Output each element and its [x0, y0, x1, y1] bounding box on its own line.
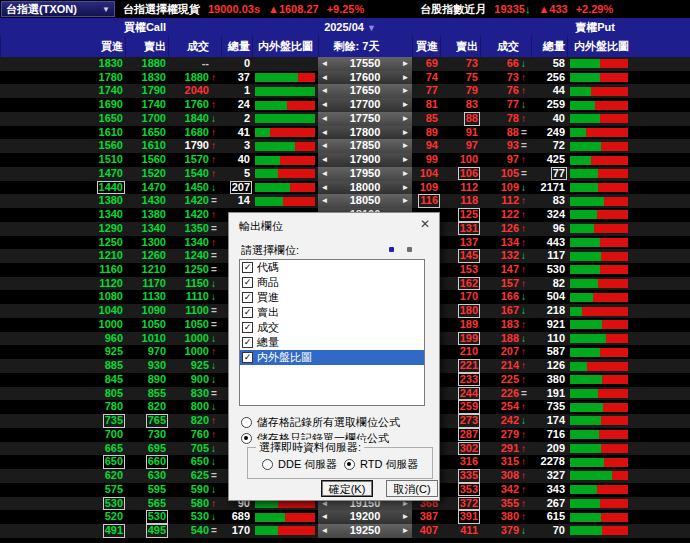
put-volume-cell[interactable]: 209 — [531, 442, 567, 456]
call-bid-cell[interactable]: 1000 — [0, 318, 125, 332]
call-volume-cell[interactable]: 2 — [221, 112, 252, 126]
call-ask-cell[interactable]: 1790 — [125, 84, 168, 98]
chevron-down-icon[interactable]: ▼ — [102, 5, 110, 14]
strike-left-arrow[interactable]: ◄ — [318, 84, 331, 98]
call-ask-cell[interactable]: 1700 — [125, 112, 168, 126]
strike-left-arrow[interactable]: ◄ — [318, 194, 331, 208]
call-ask-cell[interactable]: 1520 — [125, 167, 168, 181]
field-list-item[interactable]: ✓代碼 — [240, 260, 424, 275]
call-ask-cell[interactable]: 1830 — [125, 71, 168, 85]
call-last-cell[interactable]: 1000↓ — [168, 332, 221, 346]
call-bid-cell[interactable]: 735 — [0, 414, 125, 428]
strike-left-arrow[interactable]: ◄ — [318, 57, 331, 71]
strike-left-arrow[interactable]: ◄ — [318, 139, 331, 153]
put-volume-cell[interactable]: 83 — [531, 194, 567, 208]
put-last-cell[interactable]: 308↑ — [480, 469, 531, 483]
call-ask-cell[interactable]: 565 — [125, 497, 168, 511]
put-ask-cell[interactable]: 411 — [440, 524, 480, 538]
call-last-cell[interactable]: 1840↓ — [168, 112, 221, 126]
put-last-cell[interactable]: 157↑ — [480, 277, 531, 291]
field-list-item[interactable]: ✓買進 — [240, 290, 424, 305]
call-volume-cell[interactable]: 170 — [221, 524, 252, 538]
call-last-cell[interactable]: 830= — [168, 387, 221, 401]
put-volume-cell[interactable]: 70 — [531, 524, 567, 538]
call-volume-cell[interactable]: 689 — [221, 510, 252, 524]
call-last-cell[interactable]: 1450↓ — [168, 181, 221, 195]
put-volume-cell[interactable]: 324 — [531, 208, 567, 222]
call-bid-cell[interactable]: 1610 — [0, 126, 125, 140]
checkbox-checked-icon[interactable]: ✓ — [242, 262, 253, 273]
call-bid-cell[interactable]: 1780 — [0, 71, 125, 85]
radio-selected-icon[interactable] — [241, 433, 252, 444]
field-list-item[interactable]: ✓内外盤比圖 — [240, 350, 424, 365]
strike-left-arrow[interactable]: ◄ — [318, 524, 331, 538]
option-row[interactable]: 147015201540↑5◄17950►104106105=77 — [0, 167, 690, 181]
put-ask-cell[interactable]: 259 — [440, 400, 480, 414]
call-ask-cell[interactable]: 765 — [125, 414, 168, 428]
put-volume-cell[interactable]: 735 — [531, 400, 567, 414]
call-last-cell[interactable]: 1110↓ — [168, 290, 221, 304]
put-last-cell[interactable]: 77↓ — [480, 98, 531, 112]
option-row[interactable]: 151015601570↑40◄17900►9910097↑425 — [0, 153, 690, 167]
put-volume-cell[interactable]: 259 — [531, 98, 567, 112]
call-ask-cell[interactable]: 970 — [125, 345, 168, 359]
put-bid-cell[interactable]: 85 — [412, 112, 440, 126]
put-last-cell[interactable]: 214↑ — [480, 359, 531, 373]
call-ask-cell[interactable]: 630 — [125, 469, 168, 483]
checkbox-checked-icon[interactable]: ✓ — [242, 292, 253, 303]
strike-right-arrow[interactable]: ► — [399, 98, 412, 112]
put-bid-cell[interactable]: 94 — [412, 139, 440, 153]
call-bid-cell[interactable]: 780 — [0, 400, 125, 414]
call-bid-cell[interactable]: 1160 — [0, 263, 125, 277]
put-last-cell[interactable]: 78↑ — [480, 112, 531, 126]
call-bid-cell[interactable]: 1340 — [0, 208, 125, 222]
put-last-cell[interactable]: 73↑ — [480, 71, 531, 85]
radio-all-fields[interactable]: 儲存格記錄所有選取欄位公式 — [241, 415, 400, 430]
put-ask-cell[interactable]: 180 — [440, 304, 480, 318]
option-row[interactable]: 169017401760↑24◄17700►818377↓259 — [0, 98, 690, 112]
put-last-cell[interactable]: 122↑ — [480, 208, 531, 222]
call-bid-cell[interactable]: 1040 — [0, 304, 125, 318]
strike-left-arrow[interactable]: ◄ — [318, 126, 331, 140]
call-last-cell[interactable]: 1100= — [168, 304, 221, 318]
checkbox-checked-icon[interactable]: ✓ — [242, 352, 253, 363]
put-ask-cell[interactable]: 233 — [440, 373, 480, 387]
put-bid-cell[interactable]: 109 — [412, 181, 440, 195]
call-volume-cell[interactable]: 207 — [221, 181, 252, 195]
call-bid-cell[interactable]: 925 — [0, 345, 125, 359]
put-volume-cell[interactable]: 267 — [531, 497, 567, 511]
call-ask-cell[interactable]: 1050 — [125, 318, 168, 332]
put-volume-cell[interactable]: 82 — [531, 277, 567, 291]
put-last-cell[interactable]: 183↑ — [480, 318, 531, 332]
put-volume-cell[interactable]: 126 — [531, 359, 567, 373]
put-ask-cell[interactable]: 83 — [440, 98, 480, 112]
put-volume-cell[interactable]: 218 — [531, 304, 567, 318]
put-last-cell[interactable]: 254↑ — [480, 400, 531, 414]
call-last-cell[interactable]: 820↑ — [168, 414, 221, 428]
put-ask-cell[interactable]: 302 — [440, 442, 480, 456]
call-ask-cell[interactable]: 695 — [125, 442, 168, 456]
put-ask-cell[interactable]: 391 — [440, 510, 480, 524]
call-ask-cell[interactable]: 595 — [125, 483, 168, 497]
call-bid-cell[interactable]: 530 — [0, 497, 125, 511]
put-ask-cell[interactable]: 316 — [440, 455, 480, 469]
call-ask-cell[interactable]: 1170 — [125, 277, 168, 291]
put-last-cell[interactable]: 188↓ — [480, 332, 531, 346]
call-ask-cell[interactable]: 730 — [125, 428, 168, 442]
strike-right-arrow[interactable]: ► — [399, 139, 412, 153]
symbol-dropdown[interactable]: 台指選(TXON) ▼ — [1, 1, 115, 17]
call-last-cell[interactable]: 540= — [168, 524, 221, 538]
put-volume-cell[interactable]: 40 — [531, 112, 567, 126]
put-ask-cell[interactable]: 73 — [440, 57, 480, 71]
put-ask-cell[interactable]: 221 — [440, 359, 480, 373]
put-ask-cell[interactable]: 162 — [440, 277, 480, 291]
call-volume-cell[interactable]: 0 — [221, 57, 252, 71]
put-ask-cell[interactable]: 210 — [440, 345, 480, 359]
strike-right-arrow[interactable]: ► — [399, 126, 412, 140]
put-ask-cell[interactable]: 131 — [440, 222, 480, 236]
call-bid-cell[interactable]: 1510 — [0, 153, 125, 167]
call-last-cell[interactable]: 1250= — [168, 263, 221, 277]
call-ask-cell[interactable]: 660 — [125, 455, 168, 469]
put-ask-cell[interactable]: 112 — [440, 181, 480, 195]
put-volume-cell[interactable]: 504 — [531, 290, 567, 304]
